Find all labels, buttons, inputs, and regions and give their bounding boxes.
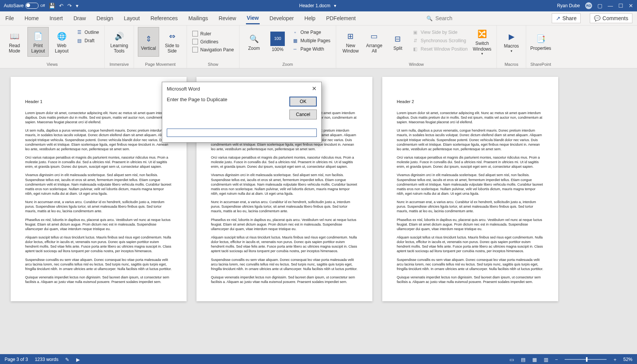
- tab-layout[interactable]: Layout: [123, 13, 140, 24]
- print-layout-button[interactable]: 📄Print Layout: [27, 27, 49, 57]
- customize-qat-icon[interactable]: ▾: [76, 3, 78, 9]
- tab-view[interactable]: View: [246, 13, 260, 24]
- share-button[interactable]: ↗Share: [552, 13, 581, 23]
- input-dialog: Microsoft Word ✕ Enter the Page to Dupli…: [162, 82, 322, 143]
- para: Ut sem nulla, dapibus a purus venenatis,…: [397, 128, 544, 151]
- macro-status-icon[interactable]: ▶: [76, 357, 80, 362]
- web-layout-icon: 🌐: [56, 30, 68, 42]
- split-button[interactable]: ⊟Split: [387, 27, 409, 57]
- search-input[interactable]: [435, 15, 482, 22]
- header-1: Header 1: [25, 99, 172, 105]
- ribbon-display-icon[interactable]: ▢: [597, 3, 602, 9]
- document-page[interactable]: Header 1 Lorem ipsum dolor sit amet, con…: [11, 77, 187, 301]
- page-width-button[interactable]: ↔Page Width: [291, 45, 332, 53]
- save-icon[interactable]: 💾: [49, 3, 55, 9]
- vertical-button[interactable]: ⇕Vertical: [138, 27, 159, 57]
- para: Lorem ipsum dolor sit amet, consectetur …: [25, 111, 172, 124]
- toggle-switch[interactable]: [26, 3, 38, 9]
- arrange-all-button[interactable]: ▭Arrange All: [364, 27, 385, 57]
- document-page[interactable]: Header 2 Lorem ipsum dolor sit amet, con…: [382, 77, 558, 301]
- workspace: Header 1 Lorem ipsum dolor sit amet, con…: [0, 68, 637, 354]
- comments-button[interactable]: 💬Comments: [590, 13, 632, 23]
- tab-help[interactable]: Help: [304, 13, 316, 24]
- group-views: 📖Read Mode 📄Print Layout 🌐Web Layout ☰Ou…: [0, 25, 105, 68]
- hundred-button[interactable]: 100100%: [267, 27, 288, 57]
- tab-developer[interactable]: Developer: [269, 13, 295, 24]
- redo-icon[interactable]: ↷: [67, 3, 72, 9]
- tab-pdfelement[interactable]: PDFelement: [325, 13, 356, 24]
- page-indicator[interactable]: Page 3 of 3: [5, 357, 28, 362]
- zoom-out-icon[interactable]: −: [555, 357, 558, 362]
- focus-mode-icon[interactable]: ▭: [509, 357, 514, 362]
- side-to-side-button[interactable]: ⇔Side to Side: [161, 27, 183, 57]
- hundred-icon: 100: [270, 32, 285, 46]
- para: Quisque venenatis imperdiet lectus non d…: [211, 275, 358, 284]
- group-macros-label: Macros: [504, 61, 518, 68]
- autosave-toggle[interactable]: AutoSave Off: [4, 3, 45, 9]
- draft-button[interactable]: ▤Draft: [75, 37, 101, 45]
- group-zoom: 🔍Zoom 100100% ▫One Page ▦Multiple Pages …: [239, 25, 336, 68]
- web-layout-button[interactable]: 🌐Web Layout: [51, 27, 72, 57]
- side-by-side-icon: ▣: [412, 29, 418, 35]
- read-mode-icon: 📖: [8, 30, 21, 42]
- comments-label: Comments: [602, 15, 628, 21]
- header-2: Header 2: [397, 99, 544, 105]
- cancel-button[interactable]: Cancel: [289, 110, 317, 119]
- checkbox-icon: [192, 31, 198, 37]
- checkbox-icon: [192, 47, 198, 52]
- tab-draw[interactable]: Draw: [73, 13, 87, 24]
- minimize-icon[interactable]: —: [608, 3, 613, 9]
- para: Ut sem nulla, dapibus a purus venenatis,…: [25, 128, 172, 151]
- word-count[interactable]: 1233 words: [35, 357, 58, 362]
- ribbon: 📖Read Mode 📄Print Layout 🌐Web Layout ☰Ou…: [0, 25, 637, 68]
- tab-insert[interactable]: Insert: [49, 13, 64, 24]
- ok-button[interactable]: OK: [289, 97, 317, 106]
- zoom-button[interactable]: 🔍Zoom: [243, 27, 265, 57]
- new-window-icon: ⊞: [345, 30, 357, 42]
- multi-page-button[interactable]: ▦Multiple Pages: [291, 37, 332, 45]
- zoom-slider[interactable]: [565, 359, 607, 360]
- tab-file[interactable]: File: [5, 13, 15, 24]
- dialog-input[interactable]: [167, 129, 317, 137]
- switch-windows-button[interactable]: 🔀Switch Windows▾: [471, 27, 493, 57]
- spellcheck-icon[interactable]: ✎: [65, 357, 69, 362]
- print-layout-icon[interactable]: ▦: [532, 357, 537, 362]
- tab-mailings[interactable]: Mailings: [188, 13, 209, 24]
- close-icon[interactable]: ✕: [629, 3, 633, 9]
- tab-design[interactable]: Design: [96, 13, 114, 24]
- group-page-movement: ⇕Vertical ⇔Side to Side Page Movement: [134, 25, 187, 68]
- tab-references[interactable]: References: [150, 13, 179, 24]
- zoom-in-icon[interactable]: +: [613, 357, 616, 362]
- zoom-level[interactable]: 52%: [623, 357, 632, 362]
- para: Suspendisse convallis eu sem vitae aliqu…: [25, 258, 172, 271]
- group-sharepoint-label: SharePoint: [530, 61, 551, 68]
- read-mode-button[interactable]: 📖Read Mode: [4, 27, 25, 57]
- new-window-button[interactable]: ⊞New Window: [340, 27, 361, 57]
- web-layout-icon[interactable]: ▥: [544, 357, 548, 362]
- title-bar: AutoSave Off 💾 ↶ ↷ ▾ Header 1.docm ▾ Rya…: [0, 0, 637, 11]
- one-page-button[interactable]: ▫One Page: [291, 29, 332, 36]
- search-box[interactable]: 🔍: [426, 15, 482, 22]
- nav-pane-checkbox[interactable]: Navigation Pane: [191, 46, 235, 53]
- para: Aliquam suscipit tellus ut risus tincidu…: [397, 235, 544, 254]
- tab-review[interactable]: Review: [218, 13, 237, 24]
- learning-tools-button[interactable]: 🔊Learning Tools: [109, 27, 130, 57]
- sync-scroll-button: ⇵Synchronous Scrolling: [411, 37, 469, 45]
- gridlines-checkbox[interactable]: Gridlines: [191, 38, 235, 45]
- tab-home[interactable]: Home: [24, 13, 40, 24]
- title-dropdown-icon[interactable]: ▾: [334, 3, 336, 8]
- group-show: Ruler Gridlines Navigation Pane Show: [187, 25, 239, 68]
- avatar[interactable]: RD: [585, 2, 592, 9]
- outline-button[interactable]: ☰Outline: [75, 29, 101, 36]
- dialog-close-icon[interactable]: ✕: [312, 85, 317, 92]
- maximize-icon[interactable]: ☐: [618, 3, 623, 9]
- para: Orci varius natoque penatibus et magnis …: [211, 155, 358, 169]
- search-icon: 🔍: [426, 16, 433, 21]
- ruler-checkbox[interactable]: Ruler: [191, 30, 235, 37]
- macros-button[interactable]: ▶Macros▾: [501, 27, 522, 57]
- read-mode-icon[interactable]: ▤: [521, 357, 525, 362]
- para: Phasellus ex nisl, lobortis in dapibus e…: [211, 218, 358, 231]
- para: Nunc in accumsan erat, a varius arcu. Cu…: [211, 200, 358, 213]
- undo-icon[interactable]: ↶: [59, 3, 64, 9]
- properties-button[interactable]: 📑Properties: [530, 27, 551, 57]
